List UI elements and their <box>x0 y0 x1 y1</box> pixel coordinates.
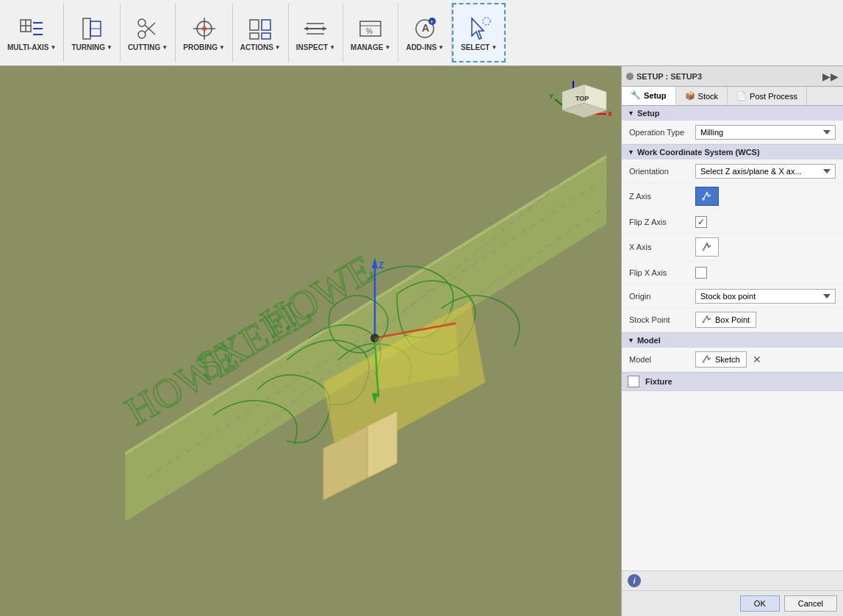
svg-text:A: A <box>422 22 429 34</box>
svg-line-11 <box>145 25 155 35</box>
info-icon[interactable]: i <box>628 574 641 587</box>
select-label: SELECT▼ <box>461 43 497 51</box>
select-icon <box>464 14 494 43</box>
origin-label: Origin <box>629 292 695 301</box>
ok-button[interactable]: OK <box>740 595 780 612</box>
orientation-control: Select Z axis/plane & X ax... Select Z a… <box>695 164 836 179</box>
setup-section-header[interactable]: ▼ Setup <box>622 106 843 121</box>
orientation-dropdown[interactable]: Select Z axis/plane & X ax... Select Z a… <box>695 164 836 179</box>
toolbar: MULTI-AXIS▼ TURNING▼ CUTTING▼ <box>0 0 843 66</box>
svg-marker-55 <box>323 426 367 500</box>
toolbar-inspect[interactable]: INSPECT▼ <box>289 3 343 62</box>
origin-dropdown[interactable]: Stock box point Model origin Work origin <box>695 289 836 304</box>
svg-text:X: X <box>608 110 612 118</box>
model-remove-button[interactable]: ✕ <box>750 352 764 367</box>
panel-spacer <box>622 391 843 570</box>
toolbar-manage[interactable]: % MANAGE▼ <box>343 3 398 62</box>
right-panel: SETUP : SETUP3 ▶▶ 🔧 Setup 📦 Stock 📄 Post… <box>621 66 843 616</box>
setup-triangle-icon: ▼ <box>628 110 634 117</box>
fixture-checkbox[interactable] <box>628 376 639 387</box>
svg-rect-17 <box>250 20 259 30</box>
operation-type-control: Milling Turning Mill/Turn <box>695 125 836 140</box>
svg-text:%: % <box>366 27 373 35</box>
fixture-section: Fixture <box>622 373 843 391</box>
actions-label: ACTIONS▼ <box>240 43 281 51</box>
svg-marker-25 <box>323 26 326 31</box>
add-ins-label: ADD-INS▼ <box>406 43 444 51</box>
wcs-section-title: Work Coordinate System (WCS) <box>637 148 760 157</box>
origin-control: Stock box point Model origin Work origin <box>695 289 836 304</box>
svg-marker-24 <box>304 26 308 31</box>
tab-setup[interactable]: 🔧 Setup <box>622 87 676 105</box>
toolbar-add-ins[interactable]: A + ADD-INS▼ <box>398 3 452 62</box>
z-axis-select-button[interactable] <box>695 187 719 206</box>
flip-x-axis-checkbox[interactable] <box>695 267 707 279</box>
panel-expand-button[interactable]: ▶▶ <box>822 71 839 82</box>
actions-icon <box>245 14 275 43</box>
toolbar-cutting[interactable]: CUTTING▼ <box>121 3 176 62</box>
svg-rect-18 <box>262 20 270 30</box>
toolbar-select[interactable]: SELECT▼ <box>452 3 506 62</box>
flip-x-axis-label: Flip X Axis <box>629 268 695 277</box>
inspect-label: INSPECT▼ <box>296 43 335 51</box>
svg-text:Z: Z <box>379 260 384 271</box>
cancel-button[interactable]: Cancel <box>784 595 837 612</box>
cutting-icon <box>133 14 162 43</box>
stock-point-control: Box Point <box>695 312 836 328</box>
svg-point-16 <box>202 26 207 31</box>
orientation-row: Orientation Select Z axis/plane & X ax..… <box>622 160 843 183</box>
tab-stock[interactable]: 📦 Stock <box>676 87 728 105</box>
flip-x-axis-row: Flip X Axis <box>622 261 843 284</box>
svg-text:+: + <box>430 18 434 26</box>
svg-point-66 <box>702 248 705 251</box>
fixture-section-title: Fixture <box>645 377 672 386</box>
toolbar-actions[interactable]: ACTIONS▼ <box>233 3 289 62</box>
z-axis-row: Z Axis <box>622 183 843 210</box>
main-area: X Y TOP <box>0 66 843 616</box>
operation-type-dropdown[interactable]: Milling Turning Mill/Turn <box>695 125 836 140</box>
orientation-label: Orientation <box>629 167 695 176</box>
toolbar-probing[interactable]: PROBING▼ <box>176 3 233 62</box>
svg-point-9 <box>138 19 146 26</box>
svg-point-34 <box>483 18 490 25</box>
model-sketch-button[interactable]: Sketch <box>695 351 747 368</box>
wcs-section-header[interactable]: ▼ Work Coordinate System (WCS) <box>622 145 843 160</box>
origin-row: Origin Stock box point Model origin Work… <box>622 284 843 308</box>
cutting-label: CUTTING▼ <box>128 43 168 51</box>
model-control: Sketch ✕ <box>695 351 836 368</box>
fixture-section-header[interactable]: Fixture <box>622 373 843 390</box>
post-process-tab-icon: 📄 <box>736 91 747 101</box>
flip-x-axis-control <box>695 267 836 279</box>
wcs-triangle-icon: ▼ <box>628 148 634 156</box>
manage-icon: % <box>356 14 385 43</box>
stock-point-row: Stock Point Box Point <box>622 308 843 332</box>
toolbar-multi-axis[interactable]: MULTI-AXIS▼ <box>0 3 64 62</box>
x-axis-control <box>695 237 836 257</box>
z-axis-label: Z Axis <box>629 192 695 201</box>
model-row: Model Sketch ✕ <box>622 348 843 372</box>
flip-z-axis-checkbox[interactable] <box>695 216 707 228</box>
wcs-section: ▼ Work Coordinate System (WCS) Orientati… <box>622 145 843 333</box>
tab-post-process[interactable]: 📄 Post Process <box>728 87 807 105</box>
model-triangle-icon: ▼ <box>628 337 634 344</box>
flip-z-axis-row: Flip Z Axis <box>622 210 843 234</box>
probing-icon <box>190 14 219 43</box>
model-section-header[interactable]: ▼ Model <box>622 333 843 348</box>
panel-title: SETUP : SETUP3 <box>636 72 819 81</box>
panel-info-bar: i <box>622 570 843 590</box>
stock-point-value: Box Point <box>715 315 750 324</box>
toolbar-turning[interactable]: TURNING▼ <box>64 3 120 62</box>
panel-footer: OK Cancel <box>622 590 843 616</box>
x-axis-select-button[interactable] <box>695 237 719 257</box>
turning-label: TURNING▼ <box>71 43 112 51</box>
inspect-icon <box>301 14 330 43</box>
model-value: Sketch <box>715 355 740 364</box>
manage-label: MANAGE▼ <box>351 43 390 51</box>
stock-point-button[interactable]: Box Point <box>695 312 756 328</box>
viewport[interactable]: X Y TOP <box>0 66 621 616</box>
stock-point-label: Stock Point <box>629 315 695 324</box>
model-section: ▼ Model Model Sketch ✕ <box>622 333 843 373</box>
panel-tabs: 🔧 Setup 📦 Stock 📄 Post Process <box>622 87 843 106</box>
post-process-tab-label: Post Process <box>750 92 797 101</box>
svg-point-67 <box>703 321 705 323</box>
